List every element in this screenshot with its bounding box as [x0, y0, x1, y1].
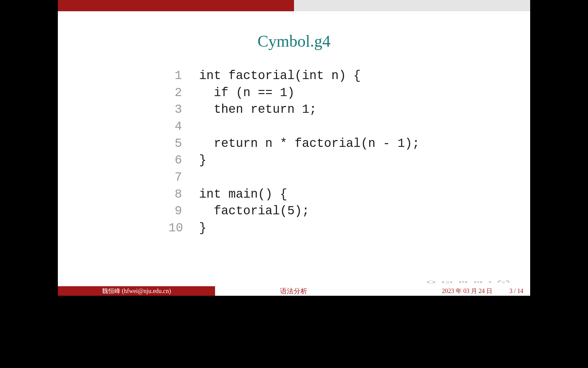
footer-title: 语法分析 [215, 286, 372, 296]
footer-bar: 魏恒峰 (hfwei@nju.edu.cn) 语法分析 2023 年 03 月 … [58, 286, 530, 296]
chevron-right-icon: ▸ [434, 279, 436, 285]
slide: Cymbol.g4 1int factorial(int n) { 2 if (… [58, 0, 530, 296]
chevron-left-icon: ◂ [427, 279, 429, 285]
line-number: 10 [168, 220, 199, 237]
line-number: 1 [168, 67, 199, 85]
line-content: if (n == 1) [199, 85, 295, 102]
footer-author: 魏恒峰 (hfwei@nju.edu.cn) [58, 286, 215, 296]
redo-icon: ↷ [506, 279, 510, 285]
nav-undo-redo[interactable]: ↶ ⌕ ↷ [497, 279, 510, 285]
chevron-left-icon: ◂ [442, 279, 444, 285]
line-content: return n * factorial(n - 1); [199, 135, 420, 152]
nav-section-next-group[interactable]: ◂ ≡ ▸ [474, 279, 483, 285]
line-content: factorial(5); [199, 203, 309, 220]
code-line: 4 [168, 118, 420, 135]
undo-icon: ↶ [497, 279, 502, 285]
line-number: 7 [168, 169, 199, 186]
section-icon: ≡ [462, 279, 464, 285]
footer-page: 3 / 14 [509, 288, 523, 295]
presentation-icon[interactable]: ≡ [489, 279, 491, 285]
code-line: 7 [168, 169, 420, 186]
chevron-right-icon: ▸ [451, 279, 453, 285]
line-content: } [199, 220, 207, 237]
line-content: then return 1; [199, 101, 317, 118]
top-progress-bar [58, 0, 530, 11]
code-line: 2 if (n == 1) [168, 85, 420, 102]
chevron-left-icon: ◂ [474, 279, 476, 285]
nav-frame-group[interactable]: ◂ □ ▸ [427, 279, 436, 285]
code-line: 6} [168, 152, 420, 169]
line-content: int main() { [199, 186, 287, 203]
chevron-right-icon: ▸ [480, 279, 483, 285]
line-number: 3 [168, 101, 199, 118]
nav-section-prev-group[interactable]: ◂ ≡ ▸ [459, 279, 468, 285]
progress-remaining [294, 0, 530, 11]
code-line: 10} [168, 220, 420, 237]
line-number: 8 [168, 186, 199, 203]
slide-content: Cymbol.g4 1int factorial(int n) { 2 if (… [58, 11, 530, 237]
code-line: 3 then return 1; [168, 101, 420, 118]
chevron-right-icon: ▸ [466, 279, 468, 285]
line-content: } [199, 152, 207, 169]
section-icon: ≡ [477, 279, 479, 285]
code-listing: 1int factorial(int n) { 2 if (n == 1) 3 … [168, 67, 420, 237]
line-number: 9 [168, 203, 199, 220]
slide-title: Cymbol.g4 [85, 32, 503, 50]
line-content: int factorial(int n) { [199, 67, 361, 85]
beamer-nav: ◂ □ ▸ ◂ ⫏ ▸ ◂ ≡ ▸ ◂ ≡ ▸ ≡ ↶ ⌕ ↷ [427, 279, 510, 285]
chevron-left-icon: ◂ [459, 279, 461, 285]
search-icon: ⌕ [502, 279, 505, 285]
code-line: 9 factorial(5); [168, 203, 420, 220]
code-line: 1int factorial(int n) { [168, 67, 420, 85]
frame-icon: □ [430, 279, 432, 285]
line-number: 4 [168, 118, 199, 135]
line-number: 6 [168, 152, 199, 169]
subsection-icon: ⫏ [445, 279, 450, 285]
code-line: 5 return n * factorial(n - 1); [168, 135, 420, 152]
line-number: 5 [168, 135, 199, 152]
footer-right: 2023 年 03 月 24 日 3 / 14 [372, 286, 530, 296]
line-number: 2 [168, 85, 199, 102]
nav-subsection-group[interactable]: ◂ ⫏ ▸ [442, 279, 453, 285]
code-line: 8int main() { [168, 186, 420, 203]
progress-done [58, 0, 294, 11]
footer-date: 2023 年 03 月 24 日 [442, 287, 492, 295]
